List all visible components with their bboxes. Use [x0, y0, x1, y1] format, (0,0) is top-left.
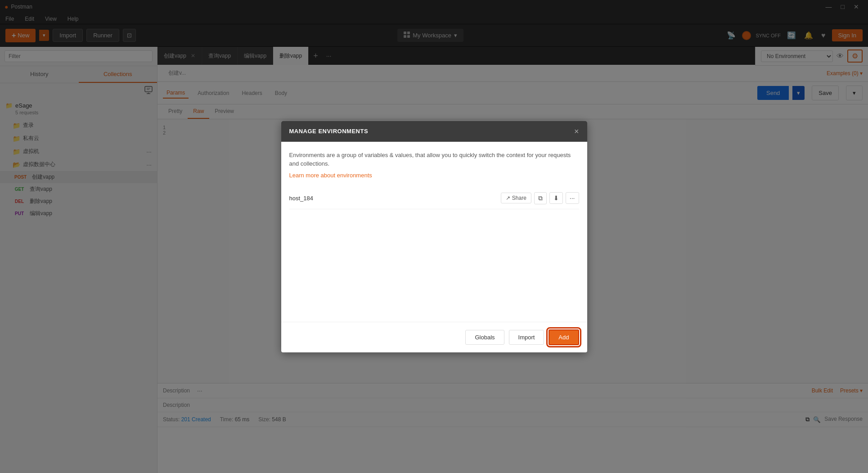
duplicate-button-host_184[interactable]: ⧉: [534, 192, 547, 204]
modal-overlay[interactable]: MANAGE ENVIRONMENTS × Environments are a…: [0, 0, 868, 473]
modal-title: MANAGE ENVIRONMENTS: [289, 128, 369, 135]
learn-more-link[interactable]: Learn more about environments: [289, 172, 372, 179]
download-button-host_184[interactable]: ⬇: [549, 192, 563, 204]
manage-environments-modal: MANAGE ENVIRONMENTS × Environments are a…: [281, 121, 587, 352]
share-icon: ↗: [506, 195, 510, 201]
modal-header: MANAGE ENVIRONMENTS ×: [281, 121, 587, 142]
modal-description: Environments are a group of variables & …: [289, 151, 579, 168]
globals-button[interactable]: Globals: [465, 330, 504, 345]
import-button-modal[interactable]: Import: [509, 330, 544, 345]
env-name-host_184: host_184: [289, 195, 501, 202]
share-label: Share: [512, 195, 526, 201]
env-actions-host_184: ↗ Share ⧉ ⬇ ···: [501, 192, 579, 204]
modal-close-button[interactable]: ×: [574, 127, 579, 135]
share-button-host_184[interactable]: ↗ Share: [501, 193, 531, 203]
add-button[interactable]: Add: [549, 329, 579, 345]
modal-body: Environments are a group of variables & …: [281, 142, 587, 322]
env-row-host_184: host_184 ↗ Share ⧉ ⬇ ···: [289, 188, 579, 209]
modal-footer: Globals Import Add: [281, 322, 587, 352]
more-button-host_184[interactable]: ···: [566, 192, 579, 204]
environment-list: host_184 ↗ Share ⧉ ⬇ ···: [289, 188, 579, 209]
